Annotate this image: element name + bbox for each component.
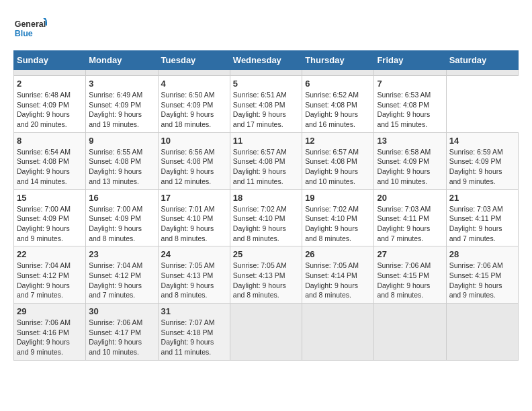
calendar-cell bbox=[374, 304, 446, 361]
calendar-cell bbox=[158, 70, 230, 76]
week-row-3: 8 Sunrise: 6:54 AM Sunset: 4:08 PM Dayli… bbox=[14, 132, 519, 189]
calendar-cell: 23 Sunrise: 7:04 AM Sunset: 4:12 PM Dayl… bbox=[86, 246, 158, 304]
calendar-cell bbox=[302, 70, 374, 76]
day-info: Sunrise: 6:58 AM Sunset: 4:09 PM Dayligh… bbox=[377, 147, 443, 187]
calendar-cell: 18 Sunrise: 7:02 AM Sunset: 4:10 PM Dayl… bbox=[230, 189, 302, 246]
day-info: Sunrise: 7:02 AM Sunset: 4:10 PM Dayligh… bbox=[305, 204, 371, 244]
calendar-cell: 20 Sunrise: 7:03 AM Sunset: 4:11 PM Dayl… bbox=[374, 189, 446, 246]
day-number: 14 bbox=[449, 136, 515, 146]
calendar-cell: 24 Sunrise: 7:05 AM Sunset: 4:13 PM Dayl… bbox=[158, 246, 230, 304]
day-number: 27 bbox=[377, 249, 443, 259]
day-info: Sunrise: 6:56 AM Sunset: 4:08 PM Dayligh… bbox=[161, 147, 227, 187]
page-header: General Blue bbox=[13, 13, 519, 44]
calendar-cell bbox=[374, 70, 446, 76]
day-number: 29 bbox=[17, 306, 83, 316]
calendar-cell: 22 Sunrise: 7:04 AM Sunset: 4:12 PM Dayl… bbox=[14, 246, 86, 304]
calendar-cell bbox=[14, 70, 86, 76]
calendar-cell: 27 Sunrise: 7:06 AM Sunset: 4:15 PM Dayl… bbox=[374, 246, 446, 304]
calendar-cell bbox=[302, 304, 374, 361]
calendar-cell: 15 Sunrise: 7:00 AM Sunset: 4:09 PM Dayl… bbox=[14, 189, 86, 246]
day-info: Sunrise: 7:00 AM Sunset: 4:09 PM Dayligh… bbox=[17, 204, 83, 244]
calendar-cell: 19 Sunrise: 7:02 AM Sunset: 4:10 PM Dayl… bbox=[302, 189, 374, 246]
calendar-table: SundayMondayTuesdayWednesdayThursdayFrid… bbox=[13, 50, 519, 361]
day-info: Sunrise: 6:55 AM Sunset: 4:08 PM Dayligh… bbox=[89, 147, 154, 187]
day-number: 30 bbox=[89, 306, 154, 316]
logo: General Blue bbox=[13, 13, 47, 44]
day-info: Sunrise: 7:03 AM Sunset: 4:11 PM Dayligh… bbox=[377, 204, 443, 244]
day-number: 15 bbox=[17, 193, 83, 203]
day-info: Sunrise: 7:05 AM Sunset: 4:14 PM Dayligh… bbox=[305, 261, 371, 300]
calendar-cell: 8 Sunrise: 6:54 AM Sunset: 4:08 PM Dayli… bbox=[14, 132, 86, 189]
day-number: 18 bbox=[233, 193, 299, 203]
day-info: Sunrise: 6:49 AM Sunset: 4:09 PM Dayligh… bbox=[89, 90, 154, 130]
calendar-cell: 12 Sunrise: 6:57 AM Sunset: 4:08 PM Dayl… bbox=[302, 132, 374, 189]
day-number: 4 bbox=[161, 79, 227, 89]
day-number: 13 bbox=[377, 136, 443, 146]
day-info: Sunrise: 7:01 AM Sunset: 4:10 PM Dayligh… bbox=[161, 204, 227, 244]
day-info: Sunrise: 7:06 AM Sunset: 4:17 PM Dayligh… bbox=[89, 318, 154, 357]
calendar-cell: 17 Sunrise: 7:01 AM Sunset: 4:10 PM Dayl… bbox=[158, 189, 230, 246]
calendar-cell: 21 Sunrise: 7:03 AM Sunset: 4:11 PM Dayl… bbox=[446, 189, 518, 246]
calendar-cell bbox=[86, 70, 158, 76]
weekday-header-monday: Monday bbox=[86, 51, 158, 70]
day-info: Sunrise: 7:03 AM Sunset: 4:11 PM Dayligh… bbox=[449, 204, 515, 244]
weekday-header-row: SundayMondayTuesdayWednesdayThursdayFrid… bbox=[14, 51, 519, 70]
day-number: 24 bbox=[161, 249, 227, 259]
day-number: 21 bbox=[449, 193, 515, 203]
day-number: 5 bbox=[233, 79, 299, 89]
calendar-cell bbox=[230, 70, 302, 76]
calendar-cell: 30 Sunrise: 7:06 AM Sunset: 4:17 PM Dayl… bbox=[86, 304, 158, 361]
weekday-header-saturday: Saturday bbox=[446, 51, 518, 70]
day-info: Sunrise: 6:51 AM Sunset: 4:08 PM Dayligh… bbox=[233, 90, 299, 130]
day-info: Sunrise: 7:06 AM Sunset: 4:16 PM Dayligh… bbox=[17, 318, 83, 357]
calendar-cell: 7 Sunrise: 6:53 AM Sunset: 4:08 PM Dayli… bbox=[374, 76, 446, 133]
day-info: Sunrise: 7:06 AM Sunset: 4:15 PM Dayligh… bbox=[449, 261, 515, 300]
calendar-cell: 6 Sunrise: 6:52 AM Sunset: 4:08 PM Dayli… bbox=[302, 76, 374, 133]
calendar-cell: 3 Sunrise: 6:49 AM Sunset: 4:09 PM Dayli… bbox=[86, 76, 158, 133]
day-info: Sunrise: 6:54 AM Sunset: 4:08 PM Dayligh… bbox=[17, 147, 83, 187]
week-row-1 bbox=[14, 70, 519, 76]
calendar-cell: 13 Sunrise: 6:58 AM Sunset: 4:09 PM Dayl… bbox=[374, 132, 446, 189]
calendar-cell bbox=[446, 70, 518, 76]
day-number: 10 bbox=[161, 136, 227, 146]
week-row-6: 29 Sunrise: 7:06 AM Sunset: 4:16 PM Dayl… bbox=[14, 304, 519, 361]
day-number: 23 bbox=[89, 249, 154, 259]
week-row-2: 2 Sunrise: 6:48 AM Sunset: 4:09 PM Dayli… bbox=[14, 76, 519, 133]
week-row-4: 15 Sunrise: 7:00 AM Sunset: 4:09 PM Dayl… bbox=[14, 189, 519, 246]
calendar-cell: 16 Sunrise: 7:00 AM Sunset: 4:09 PM Dayl… bbox=[86, 189, 158, 246]
day-number: 19 bbox=[305, 193, 371, 203]
day-info: Sunrise: 6:57 AM Sunset: 4:08 PM Dayligh… bbox=[233, 147, 299, 187]
day-info: Sunrise: 7:02 AM Sunset: 4:10 PM Dayligh… bbox=[233, 204, 299, 244]
calendar-cell: 10 Sunrise: 6:56 AM Sunset: 4:08 PM Dayl… bbox=[158, 132, 230, 189]
day-info: Sunrise: 6:52 AM Sunset: 4:08 PM Dayligh… bbox=[305, 90, 371, 130]
day-number: 8 bbox=[17, 136, 83, 146]
day-number: 20 bbox=[377, 193, 443, 203]
day-info: Sunrise: 7:05 AM Sunset: 4:13 PM Dayligh… bbox=[161, 261, 227, 300]
day-info: Sunrise: 7:04 AM Sunset: 4:12 PM Dayligh… bbox=[89, 261, 154, 300]
day-info: Sunrise: 7:05 AM Sunset: 4:13 PM Dayligh… bbox=[233, 261, 299, 300]
day-info: Sunrise: 7:00 AM Sunset: 4:09 PM Dayligh… bbox=[89, 204, 154, 244]
day-info: Sunrise: 7:06 AM Sunset: 4:15 PM Dayligh… bbox=[377, 261, 443, 300]
day-number: 7 bbox=[377, 79, 443, 89]
weekday-header-friday: Friday bbox=[374, 51, 446, 70]
weekday-header-thursday: Thursday bbox=[302, 51, 374, 70]
day-number: 28 bbox=[449, 249, 515, 259]
week-row-5: 22 Sunrise: 7:04 AM Sunset: 4:12 PM Dayl… bbox=[14, 246, 519, 304]
day-number: 22 bbox=[17, 249, 83, 259]
svg-text:General: General bbox=[15, 19, 46, 29]
day-info: Sunrise: 6:48 AM Sunset: 4:09 PM Dayligh… bbox=[17, 90, 83, 130]
calendar-cell: 11 Sunrise: 6:57 AM Sunset: 4:08 PM Dayl… bbox=[230, 132, 302, 189]
day-number: 25 bbox=[233, 249, 299, 259]
day-info: Sunrise: 6:53 AM Sunset: 4:08 PM Dayligh… bbox=[377, 90, 443, 130]
weekday-header-tuesday: Tuesday bbox=[158, 51, 230, 70]
day-info: Sunrise: 6:57 AM Sunset: 4:08 PM Dayligh… bbox=[305, 147, 371, 187]
weekday-header-wednesday: Wednesday bbox=[230, 51, 302, 70]
calendar-cell: 29 Sunrise: 7:06 AM Sunset: 4:16 PM Dayl… bbox=[14, 304, 86, 361]
day-info: Sunrise: 7:07 AM Sunset: 4:18 PM Dayligh… bbox=[161, 318, 227, 357]
calendar-cell: 5 Sunrise: 6:51 AM Sunset: 4:08 PM Dayli… bbox=[230, 76, 302, 133]
day-info: Sunrise: 6:59 AM Sunset: 4:09 PM Dayligh… bbox=[449, 147, 515, 187]
day-number: 3 bbox=[89, 79, 154, 89]
calendar-cell: 2 Sunrise: 6:48 AM Sunset: 4:09 PM Dayli… bbox=[14, 76, 86, 133]
day-number: 6 bbox=[305, 79, 371, 89]
calendar-cell: 14 Sunrise: 6:59 AM Sunset: 4:09 PM Dayl… bbox=[446, 132, 518, 189]
